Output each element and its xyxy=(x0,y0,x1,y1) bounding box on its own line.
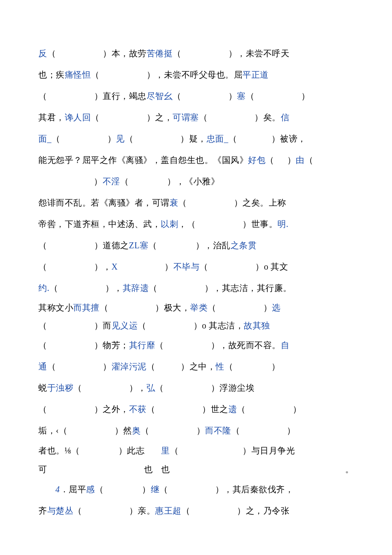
text: ），其志洁，其行廉。 xyxy=(205,283,292,293)
text: ）之矣。上称 xyxy=(234,198,286,207)
text: 垢，‹（ xyxy=(38,426,68,435)
text: （ xyxy=(38,241,47,250)
text-line: 反（）本，故劳苦倦挺（），未尝不呼天 xyxy=(38,43,354,64)
text: ）而 xyxy=(94,321,112,330)
text: 面_ xyxy=(38,134,52,143)
text: 故其独 xyxy=(244,321,270,330)
text: 于浊秽 xyxy=(47,383,74,392)
text: 见 xyxy=(116,134,125,143)
text: ．屈平 xyxy=(60,485,86,494)
text: 而其擅 xyxy=(73,303,100,312)
text-line: （）物芳；其行靡（），故死而不容。自 xyxy=(38,334,354,356)
text: （ xyxy=(49,283,58,293)
text: ） xyxy=(293,404,302,414)
text-line: 其称文小而其擅（）极大，举类（）选 xyxy=(38,299,354,317)
text: ，（ xyxy=(178,219,196,229)
text-line: 者也。⅛（ 可 ）此志 也 里（ 也 ）与日月争光 。 xyxy=(38,441,354,479)
text-line: 4．屈平感（）继（），其后秦欲伐齐， xyxy=(38,479,354,500)
text: （ xyxy=(147,404,156,414)
text: （ xyxy=(155,340,164,350)
text: ）直行，竭忠 xyxy=(94,91,147,101)
text: （ xyxy=(52,134,61,143)
text: 能无怨乎？屈平之作《离骚》，盖自怨生也。《国风》 xyxy=(38,155,248,165)
text: （ xyxy=(228,134,237,143)
text: 性 xyxy=(216,362,225,371)
text: （ xyxy=(155,383,164,392)
document-page: 反（）本，故劳苦倦挺（），未尝不呼天 也；疾痛怪怛（），未尝不呼父母也。屈平正道… xyxy=(0,0,392,547)
text: （ xyxy=(91,70,100,79)
text: 尽智幺 xyxy=(147,91,173,101)
text: ）之外， xyxy=(94,404,129,414)
text: ），其后秦欲伐齐， xyxy=(215,485,294,494)
text: （ xyxy=(173,91,182,101)
text: 反 xyxy=(38,49,47,58)
text: （ xyxy=(237,404,246,414)
text: 衰 xyxy=(170,198,179,207)
text-line: （）之外，不获（）世之遗（） xyxy=(38,398,354,420)
text-line: 蜕于浊秽（），弘（）浮游尘埃 xyxy=(38,377,354,398)
text: 齐 xyxy=(38,506,47,515)
text-line: 其君，谗人回（）之，可谓塞（）矣。信 xyxy=(38,107,354,128)
text: （ xyxy=(159,485,168,494)
text: ），治乱 xyxy=(196,241,231,250)
text: ） xyxy=(107,134,116,143)
text: X xyxy=(112,262,118,271)
text: ），故死而不容。 xyxy=(211,340,281,350)
text: （ xyxy=(182,506,190,515)
text-line: ）不淫（），《小雅》 xyxy=(38,171,354,192)
text: 平正道 xyxy=(242,70,269,79)
text: 怨诽而不乱。若《离骚》者，可谓 xyxy=(38,198,170,207)
text: （ xyxy=(170,446,179,455)
text: ），未尝不呼父母也。屈 xyxy=(147,70,243,79)
text: ）世事。 xyxy=(242,219,277,229)
text: 奥 xyxy=(132,426,141,435)
text-line: （），X）不毕与（）o 其文 xyxy=(38,256,354,277)
text: ） xyxy=(103,362,112,371)
text: （ xyxy=(147,362,156,371)
text: 好包 xyxy=(248,155,265,165)
text: ）疑， xyxy=(180,134,207,143)
text: （ xyxy=(305,155,314,165)
text: ） xyxy=(196,426,205,435)
text: ）， xyxy=(129,383,147,392)
text: ） xyxy=(287,155,296,165)
text: （ xyxy=(73,383,82,392)
text: ） xyxy=(94,177,103,186)
text: （ xyxy=(91,113,100,122)
text: 里 xyxy=(161,446,170,455)
text: ） xyxy=(164,262,173,271)
text: 遗 xyxy=(228,404,237,414)
text: （ xyxy=(199,262,208,271)
text: ）世之 xyxy=(202,404,228,414)
text: 而不隆 xyxy=(205,426,231,435)
text: 痛怪怛 xyxy=(65,70,91,79)
text: 谗人回 xyxy=(65,113,91,122)
text: ）o 其文 xyxy=(255,262,288,271)
text-line: 面_（）见（）疑，忠面_（）被谤， xyxy=(38,128,354,149)
text: 约. xyxy=(38,283,49,293)
text: 以刺 xyxy=(161,219,178,229)
text: （ xyxy=(95,485,104,494)
text: （ xyxy=(138,321,147,330)
text: （ xyxy=(178,198,187,207)
text-line: （）而见义运（）o 其志洁，故其独 xyxy=(38,317,354,334)
text: 濯淖污泥 xyxy=(112,362,147,371)
text: 可 xyxy=(38,465,47,474)
text-line: 通（）濯淖污泥（）之中，性（） xyxy=(38,356,354,377)
text: 自 xyxy=(281,340,290,350)
text: 由 xyxy=(296,155,305,165)
text: 蜕 xyxy=(38,383,47,392)
text: 感 xyxy=(86,485,95,494)
text: （ xyxy=(199,113,208,122)
text: （ xyxy=(38,91,47,101)
text: （ xyxy=(208,303,216,312)
text: 其君， xyxy=(38,113,65,122)
text: （ xyxy=(120,177,129,186)
text: 也；疾 xyxy=(38,70,65,79)
text: 继 xyxy=(151,485,160,494)
text: 苦倦挺 xyxy=(147,49,173,58)
text: ）道德之 xyxy=(94,241,129,250)
text: 帝喾，下道齐桓，中述汤、武， xyxy=(38,219,161,229)
text: 选 xyxy=(272,303,281,312)
text: （ xyxy=(125,134,134,143)
